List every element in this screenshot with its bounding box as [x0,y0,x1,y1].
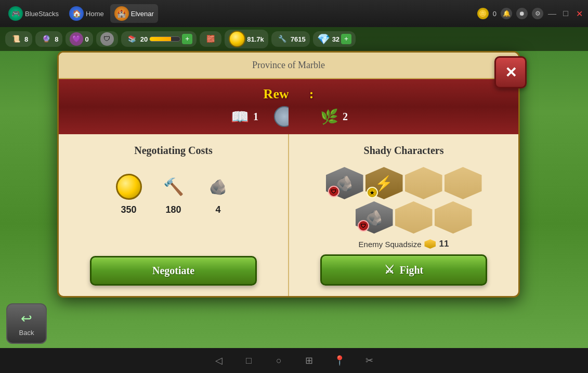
hex-empty-7 [435,201,472,234]
supplies-value: 7615 [291,35,306,43]
hex-row-2: 🪨 🛡 [356,201,472,234]
modal-close-button[interactable]: ✕ [494,56,527,88]
resource-supplies: 🔧 7615 [271,31,310,47]
maximize-button[interactable]: □ [561,9,570,18]
reward-item-3: 🌿 2 [319,106,348,127]
hex-enemy-1: 🪨 🛡 [326,167,363,199]
enemy-squadsize-value: 11 [439,239,449,249]
cost-coin-icon [114,172,143,201]
home-label: Home [86,10,104,18]
bluestacks-label: BlueStacks [25,10,59,18]
diamonds-plus-button[interactable]: + [341,34,351,44]
top-bar: 🎮 BlueStacks 🏠 Home 🏰 Elvenar 🪙 0 🔔 ⏺ ⚙ … [0,0,588,27]
home-nav-icon[interactable]: □ [242,353,256,368]
supplies-icon: 🔧 [276,32,289,46]
cost-coins: 350 [114,172,143,215]
books-value: 20 [140,35,148,43]
grid-nav-icon[interactable]: ⊞ [302,353,317,368]
gems-icon: 🔮 [40,32,53,46]
resource-scrolls: 📜 8 [5,31,32,47]
close-window-button[interactable]: ✕ [574,9,584,18]
resource-diamonds: 💎 32 + [313,31,356,47]
coins-value: 81.7k [247,35,264,43]
elvenar-icon: 🏰 [114,6,129,21]
hex-shape-7 [435,201,472,234]
coins-icon [229,31,245,47]
crystal-value: 0 [85,35,88,43]
shady-characters-title: Shady Characters [364,145,444,157]
cost-hammer-icon: 🔨 [159,172,188,201]
supply-icon: 🧱 [204,32,217,46]
reward-count-3: 2 [343,111,348,123]
hex-empty-4 [445,167,482,199]
negotiating-title: Negotiating Costs [134,145,213,157]
hex-badge-star-2: ★ [367,187,378,198]
diamonds-value: 32 [332,35,339,43]
fight-sword-icon: ⚔ [384,263,395,277]
location-icon[interactable]: 📍 [332,353,347,368]
reward-count-1: 1 [253,111,258,123]
books-plus-button[interactable]: + [182,34,192,44]
recents-nav-icon[interactable]: ○ [272,353,286,368]
resource-gems: 🔮 8 [35,31,62,47]
hex-empty-6 [395,201,433,234]
hex-enemy-5: 🪨 🛡 [356,201,393,234]
province-modal: Province of Marble Reward: 📖 1 1 🌿 2 Neg… [57,51,520,298]
reward-banner: Reward: 📖 1 1 🌿 2 [59,79,518,134]
fight-button[interactable]: ⚔ Fight [320,254,487,286]
scrolls-value: 8 [24,35,28,43]
resource-supply: 🧱 [200,31,221,47]
notification-icon[interactable]: 🔔 [501,8,512,19]
fight-button-label: Fight [400,264,424,276]
gems-value: 8 [55,35,58,43]
bottom-bar: ◁ □ ○ ⊞ 📍 ✂ [0,348,588,373]
hex-enemy-2: ⚡ ★ [365,167,403,199]
books-progress-fill [150,37,171,41]
back-label: Back [19,329,34,337]
hex-badge-shield-1: 🛡 [328,186,339,197]
negotiate-button[interactable]: Negotiate [90,256,257,286]
minimize-button[interactable]: — [547,9,557,18]
cost-stone: 🪨 4 [204,172,233,215]
back-nav-icon[interactable]: ◁ [212,353,226,368]
hex-grid: 🪨 🛡 ⚡ ★ [326,167,482,234]
reward-title: Reward: [69,86,508,102]
books-icon: 📚 [125,32,139,46]
cost-hammer: 🔨 180 [159,172,188,215]
enemy-squadsize-label: Enemy Squadsize [359,240,422,249]
warning-icon: 🛡 [100,32,114,46]
scissors-icon[interactable]: ✂ [362,353,377,368]
resource-books: 📚 20 + [121,31,197,47]
settings-icon[interactable]: ⚙ [532,8,543,19]
record-icon[interactable]: ⏺ [516,8,528,19]
reward-item-1: 📖 1 [229,106,258,127]
cost-hammer-value: 180 [165,204,181,215]
reward-count-2: 1 [298,111,303,123]
resource-warning: 🛡 [96,31,118,47]
negotiating-panel: Negotiating Costs 350 🔨 180 🪨 4 Negotia [59,134,289,296]
reward-icon-book: 📖 [229,106,250,127]
home-icon: 🏠 [69,6,84,21]
enemy-squadsize-area: Enemy Squadsize 11 [359,239,449,249]
elvenar-tab[interactable]: 🏰 Elvenar [110,4,158,23]
hex-shape-4 [445,167,482,199]
reward-item-2: 1 [274,106,303,127]
hex-row-1: 🪨 🛡 ⚡ ★ [326,167,482,199]
bluestacks-icon: 🎮 [8,6,23,21]
modal-main-content: Negotiating Costs 350 🔨 180 🪨 4 Negotia [59,134,518,296]
cost-coin-value: 350 [121,204,136,215]
reward-icon-orb [274,106,295,127]
cost-stone-value: 4 [215,204,220,215]
reward-items: 📖 1 1 🌿 2 [69,106,508,127]
modal-title: Province of Marble [252,60,325,70]
coin-count: 0 [493,10,496,18]
bluestacks-tab[interactable]: 🎮 BlueStacks [4,4,63,23]
home-tab[interactable]: 🏠 Home [65,4,108,23]
crystal-icon: 💜 [70,32,83,46]
hex-shape-6 [395,201,433,234]
squadsize-hex-icon [424,239,436,249]
modal-title-area: Province of Marble [59,53,518,79]
resource-crystal: 💜 0 [66,31,93,47]
back-button[interactable]: ↩ Back [6,303,47,344]
resource-bar: 📜 8 🔮 8 💜 0 🛡 📚 20 + 🧱 81.7k 🔧 7615 💎 32… [0,27,588,51]
